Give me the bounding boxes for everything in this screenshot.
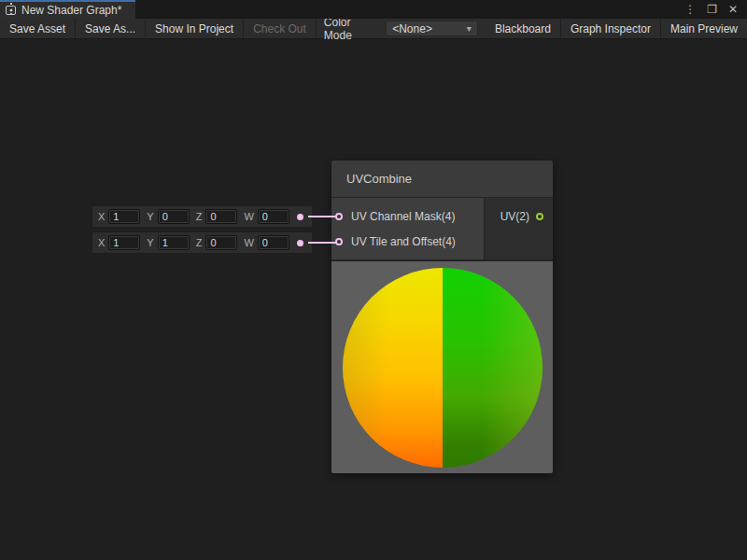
z-label: Z — [196, 211, 203, 222]
x-input[interactable] — [108, 209, 140, 224]
window-menu-icon[interactable]: ⋮ — [681, 1, 699, 18]
x-field: X — [98, 235, 140, 250]
uvcombine-node[interactable]: UVCombine UV Channel Mask(4) UV Tile and… — [331, 161, 553, 473]
node-header[interactable]: UVCombine — [331, 161, 553, 198]
tab-new-shader-graph[interactable]: New Shader Graph* — [0, 0, 135, 19]
output-port-label: UV(2) — [500, 210, 529, 223]
z-input[interactable] — [205, 209, 237, 224]
output-port-icon[interactable] — [536, 213, 543, 220]
output-port-row: UV(2) — [485, 203, 553, 229]
graph-canvas[interactable]: X Y Z W X — [0, 39, 747, 560]
color-mode-label: Color Mode — [317, 19, 386, 38]
color-mode-dropdown[interactable]: <None> ▾ — [386, 21, 478, 36]
node-preview — [331, 259, 553, 473]
y-field: Y — [147, 235, 189, 250]
toolbar-right-group: Color Mode <None> ▾ Blackboard Graph Ins… — [317, 19, 747, 38]
w-input[interactable] — [258, 235, 289, 250]
connector-stub[interactable] — [294, 206, 307, 227]
tab-title: New Shader Graph* — [21, 4, 121, 17]
x-input[interactable] — [108, 235, 140, 250]
window-controls: ⋮ ❐ ✕ — [681, 0, 747, 19]
connector-dot-icon — [297, 240, 303, 246]
blackboard-button[interactable]: Blackboard — [486, 19, 561, 38]
close-icon[interactable]: ✕ — [725, 1, 741, 18]
input-port-row: UV Tile and Offset(4) — [335, 229, 484, 254]
input-port-label: UV Channel Mask(4) — [351, 210, 455, 223]
color-mode-value: <None> — [392, 22, 432, 35]
y-input[interactable] — [158, 235, 190, 250]
w-input[interactable] — [258, 209, 289, 224]
w-field: W — [244, 235, 289, 250]
connector-stub[interactable] — [294, 232, 307, 253]
main-preview-button[interactable]: Main Preview — [661, 19, 747, 38]
node-input-section: UV Channel Mask(4) UV Tile and Offset(4) — [331, 198, 484, 259]
w-label: W — [244, 211, 253, 222]
vector4-input-row-1: X Y Z W — [92, 206, 312, 227]
shader-graph-window: New Shader Graph* ⋮ ❐ ✕ Save Asset Save … — [0, 0, 747, 560]
node-output-section: UV(2) — [484, 198, 553, 259]
w-label: W — [244, 237, 253, 248]
uv-preview-sphere — [343, 268, 543, 468]
input-port-icon[interactable] — [335, 213, 343, 220]
z-field: Z — [196, 209, 238, 224]
chevron-down-icon: ▾ — [467, 23, 472, 34]
check-out-button: Check Out — [244, 19, 317, 38]
sphere-left-half — [343, 268, 443, 468]
x-field: X — [98, 209, 140, 224]
y-field: Y — [147, 209, 189, 224]
connector-dot-icon — [297, 214, 303, 220]
input-port-icon[interactable] — [335, 238, 343, 245]
node-body: UV Channel Mask(4) UV Tile and Offset(4)… — [331, 198, 553, 259]
w-field: W — [244, 209, 289, 224]
z-input[interactable] — [205, 235, 237, 250]
shader-graph-icon — [6, 6, 16, 15]
maximize-icon[interactable]: ❐ — [703, 1, 721, 18]
sphere-right-half — [443, 268, 543, 468]
tab-bar: New Shader Graph* ⋮ ❐ ✕ — [0, 0, 747, 19]
save-asset-button[interactable]: Save Asset — [0, 19, 76, 38]
y-input[interactable] — [158, 209, 190, 224]
node-title: UVCombine — [346, 172, 412, 186]
y-label: Y — [147, 237, 153, 248]
x-label: X — [98, 211, 105, 222]
show-in-project-button[interactable]: Show In Project — [146, 19, 244, 38]
z-label: Z — [196, 237, 203, 248]
input-port-row: UV Channel Mask(4) — [335, 203, 484, 229]
vector4-input-row-2: X Y Z W — [92, 232, 312, 253]
x-label: X — [98, 237, 105, 248]
graph-inspector-button[interactable]: Graph Inspector — [561, 19, 661, 38]
z-field: Z — [196, 235, 238, 250]
y-label: Y — [147, 211, 153, 222]
save-as-button[interactable]: Save As... — [76, 19, 146, 38]
input-port-label: UV Tile and Offset(4) — [351, 235, 456, 248]
toolbar: Save Asset Save As... Show In Project Ch… — [0, 19, 747, 39]
